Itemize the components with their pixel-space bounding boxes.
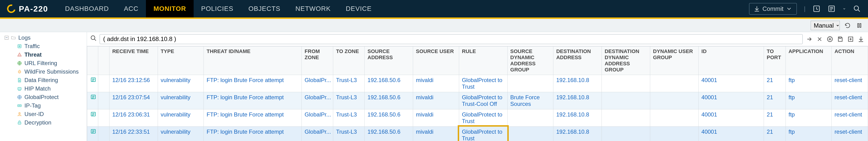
log-filter-input[interactable] <box>100 34 803 44</box>
log-row[interactable]: 12/16 23:06:31vulnerabilityFTP: login Br… <box>87 110 868 126</box>
column-header[interactable]: DYNAMIC USER GROUP <box>650 46 699 75</box>
column-header[interactable]: ACTION <box>832 46 868 75</box>
sidebar-item-globalprotect[interactable]: GlobalProtect <box>0 93 87 101</box>
nav-item-dashboard[interactable]: DASHBOARD <box>58 0 116 18</box>
column-header[interactable]: RECEIVE TIME <box>109 46 158 75</box>
refresh-mode-select[interactable]: Manual <box>811 21 840 30</box>
log-detail-icon[interactable] <box>90 94 97 100</box>
dest-address: 192.168.10.8 <box>553 110 602 126</box>
log-row[interactable]: 12/16 22:33:51vulnerabilityFTP: login Br… <box>87 126 868 141</box>
sidebar-item-label: URL Filtering <box>25 60 57 67</box>
sidebar-item-user-id[interactable]: User-ID <box>0 110 87 118</box>
detail-cell <box>87 75 98 92</box>
sidebar-item-label: User-ID <box>25 111 44 117</box>
action: reset-client <box>832 126 868 141</box>
column-header[interactable]: TYPE <box>158 46 204 75</box>
tree-root-logs[interactable]: − Logs <box>0 33 87 42</box>
column-header[interactable]: DESTINATION ADDRESS <box>553 46 602 75</box>
from-zone: GlobalPr... <box>302 110 333 126</box>
spacer-cell <box>98 110 109 126</box>
column-header[interactable]: ID <box>699 46 764 75</box>
reload-icon[interactable] <box>843 21 851 29</box>
sidebar-item-url-filtering[interactable]: URL Filtering <box>0 59 87 67</box>
commit-icon <box>753 5 760 12</box>
commit-button[interactable]: Commit <box>749 3 797 15</box>
nav-item-policies[interactable]: POLICIES <box>194 0 241 18</box>
rule: GlobalProtect to Trust-Cool Off <box>459 92 507 110</box>
dyn-user-group <box>650 126 699 141</box>
log-detail-icon[interactable] <box>90 111 97 117</box>
sidebar-item-label: IP-Tag <box>25 102 41 109</box>
column-header[interactable]: SOURCE DYNAMIC ADDRESS GROUP <box>507 46 553 75</box>
type: vulnerability <box>158 92 204 110</box>
hip-icon <box>17 86 23 92</box>
export-icon[interactable] <box>857 36 865 43</box>
dyn-user-group <box>650 75 699 92</box>
nav-item-device[interactable]: DEVICE <box>338 0 379 18</box>
save-filter-icon[interactable] <box>837 36 844 43</box>
threat-name: FTP: login Brute Force attempt <box>204 126 302 141</box>
clear-filter-icon[interactable] <box>816 36 824 43</box>
apply-filter-icon[interactable] <box>806 36 813 43</box>
decryption-icon <box>17 120 23 126</box>
column-header[interactable]: SOURCE ADDRESS <box>365 46 413 75</box>
log-row[interactable]: 12/16 23:07:54vulnerabilityFTP: login Br… <box>87 92 868 110</box>
nav-item-network[interactable]: NETWORK <box>288 0 338 18</box>
log-row[interactable]: 12/16 23:12:56vulnerabilityFTP: login Br… <box>87 75 868 92</box>
sidebar-item-traffic[interactable]: Traffic <box>0 42 87 50</box>
chevron-down-icon <box>786 5 792 12</box>
logs-sidebar: − Logs TrafficThreatURL FilteringWildFir… <box>0 32 87 141</box>
nav-item-monitor[interactable]: MONITOR <box>146 0 194 18</box>
load-filter-icon[interactable] <box>847 36 855 43</box>
src-dag <box>507 75 553 92</box>
id: 40001 <box>699 75 764 92</box>
from-zone: GlobalPr... <box>302 126 333 141</box>
search-icon[interactable] <box>853 5 861 13</box>
top-navbar: PA-220 DASHBOARDACCMONITORPOLICIESOBJECT… <box>0 0 868 19</box>
dest-dag <box>602 110 650 126</box>
chevron-down-icon[interactable] <box>843 7 846 10</box>
svg-point-10 <box>19 113 20 114</box>
action: reset-client <box>832 75 868 92</box>
column-header[interactable]: THREAT ID/NAME <box>204 46 302 75</box>
source-user: mivaldi <box>413 75 459 92</box>
log-table: RECEIVE TIMETYPETHREAT ID/NAMEFROM ZONET… <box>87 46 868 141</box>
tree-collapse-icon[interactable]: − <box>5 36 8 40</box>
dest-dag <box>602 126 650 141</box>
column-header[interactable]: APPLICATION <box>785 46 832 75</box>
primary-nav: DASHBOARDACCMONITORPOLICIESOBJECTSNETWOR… <box>58 0 379 18</box>
column-header[interactable]: SOURCE USER <box>413 46 459 75</box>
sidebar-item-hip-match[interactable]: HIP Match <box>0 85 87 93</box>
sidebar-item-threat[interactable]: Threat <box>0 50 87 59</box>
sidebar-item-decryption[interactable]: Decryption <box>0 118 87 127</box>
id: 40001 <box>699 110 764 126</box>
column-header[interactable]: FROM ZONE <box>302 46 333 75</box>
sidebar-item-ip-tag[interactable]: IP-Tag <box>0 101 87 110</box>
column-header[interactable] <box>98 46 109 75</box>
sub-toolbar: Manual <box>0 19 868 32</box>
dyn-user-group <box>650 92 699 110</box>
add-filter-icon[interactable] <box>826 36 834 43</box>
language-icon[interactable] <box>828 5 836 13</box>
sidebar-item-label: Traffic <box>25 43 40 49</box>
column-header[interactable] <box>87 46 98 75</box>
folder-icon <box>10 35 17 41</box>
column-header[interactable]: TO ZONE <box>333 46 365 75</box>
action: reset-client <box>832 92 868 110</box>
iptag-icon <box>17 102 23 109</box>
sidebar-item-data-filtering[interactable]: Data Filtering <box>0 76 87 85</box>
task-manager-icon[interactable] <box>812 5 820 13</box>
threat-icon <box>17 52 23 58</box>
to-zone: Trust-L3 <box>333 126 365 141</box>
nav-item-acc[interactable]: ACC <box>116 0 146 18</box>
pause-icon[interactable] <box>855 21 863 29</box>
column-header[interactable]: TO PORT <box>764 46 786 75</box>
to-port: 21 <box>764 110 786 126</box>
sidebar-item-wildfire-submissions[interactable]: WildFire Submissions <box>0 67 87 76</box>
log-detail-icon[interactable] <box>90 128 97 134</box>
column-header[interactable]: DESTINATION DYNAMIC ADDRESS GROUP <box>602 46 650 75</box>
data-icon <box>17 77 23 83</box>
log-detail-icon[interactable] <box>90 77 97 83</box>
nav-item-objects[interactable]: OBJECTS <box>241 0 288 18</box>
column-header[interactable]: RULE <box>459 46 507 75</box>
